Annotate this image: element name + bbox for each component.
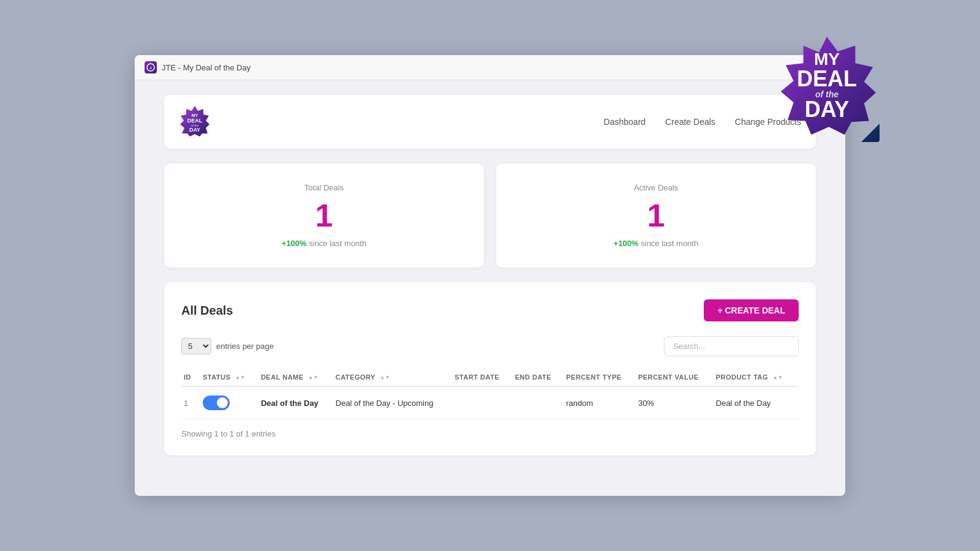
active-deals-highlight: +100%: [614, 239, 639, 248]
table-body: 1 Deal of the Day Deal of the Day - Upco…: [181, 386, 799, 419]
col-status[interactable]: STATUS ▲▼: [200, 369, 258, 386]
active-deals-value: 1: [511, 200, 801, 231]
col-deal-name[interactable]: DEAL NAME ▲▼: [258, 369, 333, 386]
svg-text:J: J: [149, 66, 151, 70]
logo-svg: MY DEAL of the DAY: [179, 105, 211, 137]
nav-bar: MY DEAL of the DAY Dashboard Create Deal…: [164, 95, 816, 149]
cell-end-date: [513, 386, 564, 419]
status-toggle[interactable]: [203, 395, 230, 410]
cell-product-tag: Deal of the Day: [714, 386, 799, 419]
badge-text: MY DEAL of the DAY: [797, 51, 857, 121]
col-id: ID: [181, 369, 200, 386]
svg-text:DEAL: DEAL: [187, 118, 203, 124]
table-header: ID STATUS ▲▼ DEAL NAME ▲▼ CATEGORY ▲▼ ST…: [181, 369, 799, 386]
table-row: 1 Deal of the Day Deal of the Day - Upco…: [181, 386, 799, 419]
toggle-slider: [203, 395, 230, 410]
col-start-date: START DATE: [452, 369, 513, 386]
total-deals-since: +100% since last month: [179, 239, 469, 248]
svg-text:MY: MY: [192, 113, 198, 118]
entries-per-page-select[interactable]: 5 10 25: [181, 338, 211, 354]
total-deals-highlight: +100%: [282, 239, 307, 248]
entries-control: 5 10 25 entries per page: [181, 338, 274, 354]
total-deals-label: Total Deals: [179, 183, 469, 192]
title-bar: J JTE - My Deal of the Day: [135, 55, 845, 80]
search-input[interactable]: [664, 336, 799, 356]
total-deals-value: 1: [179, 200, 469, 231]
app-icon: J: [145, 61, 157, 73]
cell-id: 1: [181, 386, 200, 419]
cell-status[interactable]: [200, 386, 258, 419]
col-product-tag[interactable]: PRODUCT TAG ▲▼: [714, 369, 799, 386]
badge-decoration: MY DEAL of the DAY: [772, 31, 882, 141]
svg-text:DAY: DAY: [189, 127, 200, 133]
deals-card: All Deals + CREATE DEAL 5 10 25 entries …: [164, 282, 816, 455]
col-percent-type: PERCENT TYPE: [564, 369, 636, 386]
nav-link-create-deals[interactable]: Create Deals: [665, 117, 715, 127]
badge-seal: MY DEAL of the DAY: [778, 37, 876, 135]
window-title: JTE - My Deal of the Day: [162, 63, 251, 72]
stats-row: Total Deals 1 +100% since last month Act…: [164, 163, 816, 268]
cell-percent-type: random: [564, 386, 636, 419]
cell-percent-value: 30%: [636, 386, 714, 419]
main-window: MY DEAL of the DAY J JTE - My Deal of th…: [135, 55, 845, 496]
create-deal-button[interactable]: + CREATE DEAL: [704, 299, 799, 321]
nav-link-dashboard[interactable]: Dashboard: [604, 117, 646, 127]
col-category[interactable]: CATEGORY ▲▼: [333, 369, 452, 386]
total-deals-since-rest: since last month: [307, 239, 367, 248]
cell-start-date: [452, 386, 513, 419]
deals-header: All Deals + CREATE DEAL: [181, 299, 799, 321]
badge-curl: [861, 124, 880, 142]
showing-text: Showing 1 to 1 of 1 entries: [181, 429, 799, 438]
stat-card-active: Active Deals 1 +100% since last month: [496, 163, 816, 268]
active-deals-since-rest: since last month: [639, 239, 699, 248]
nav-logo: MY DEAL of the DAY: [179, 105, 211, 139]
deals-title: All Deals: [181, 304, 233, 318]
col-end-date: END DATE: [513, 369, 564, 386]
deals-table: ID STATUS ▲▼ DEAL NAME ▲▼ CATEGORY ▲▼ ST…: [181, 369, 799, 419]
active-deals-label: Active Deals: [511, 183, 801, 192]
stat-card-total: Total Deals 1 +100% since last month: [164, 163, 484, 268]
active-deals-since: +100% since last month: [511, 239, 801, 248]
cell-category: Deal of the Day - Upcoming: [333, 386, 452, 419]
col-percent-value: PERCENT VALUE: [636, 369, 714, 386]
cell-deal-name: Deal of the Day: [258, 386, 333, 419]
entries-label: entries per page: [216, 342, 274, 351]
table-controls: 5 10 25 entries per page: [181, 336, 799, 356]
badge-outer: MY DEAL of the DAY: [772, 37, 882, 147]
page-content: MY DEAL of the DAY Dashboard Create Deal…: [135, 80, 845, 480]
